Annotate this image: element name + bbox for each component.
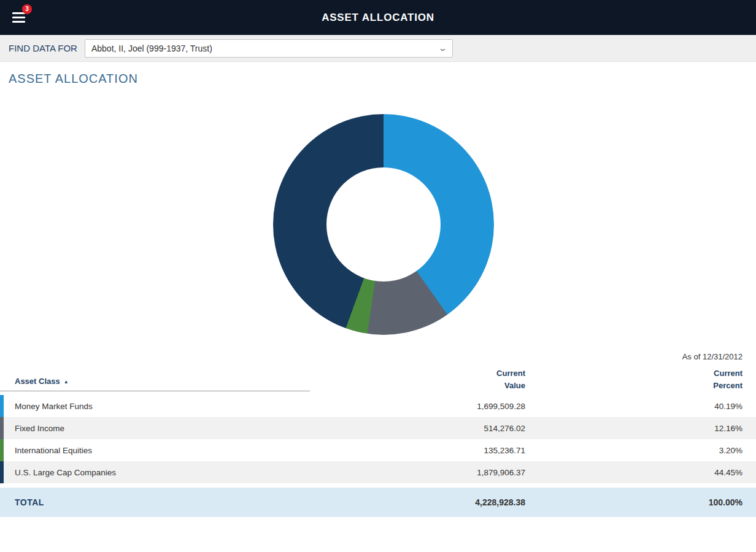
cell-current-percent: 44.45% [525, 468, 756, 477]
asset-allocation-donut-chart[interactable] [273, 114, 494, 335]
find-data-label: FIND DATA FOR [9, 43, 77, 53]
cell-asset-class: Money Market Funds [0, 402, 310, 411]
notification-badge: 3 [22, 4, 32, 14]
page-title: ASSET ALLOCATION [0, 72, 756, 86]
column-header-current-value[interactable]: Current Value [310, 367, 525, 391]
cell-current-value: 514,276.02 [310, 424, 525, 433]
table-row[interactable]: International Equities 135,236.71 3.20% [0, 439, 756, 461]
table-header-row: Asset Class▲ Current Value Current Perce… [0, 367, 756, 395]
cell-current-percent: 40.19% [525, 402, 756, 411]
chevron-down-icon: ⌄ [438, 44, 447, 52]
column-header-current-percent[interactable]: Current Percent [525, 367, 756, 391]
cell-asset-class: U.S. Large Cap Companies [0, 468, 310, 477]
table-body: Money Market Funds 1,699,509.28 40.19% F… [0, 395, 756, 483]
cell-current-percent: 3.20% [525, 446, 756, 455]
row-color-indicator [0, 417, 4, 439]
total-row: TOTAL 4,228,928.38 100.00% [0, 488, 756, 517]
donut-hole [326, 167, 441, 282]
app-title: ASSET ALLOCATION [322, 12, 434, 24]
table-row[interactable]: Fixed Income 514,276.02 12.16% [0, 417, 756, 439]
total-label: TOTAL [0, 497, 310, 507]
sort-asc-icon: ▲ [64, 379, 69, 385]
table-row[interactable]: U.S. Large Cap Companies 1,879,906.37 44… [0, 461, 756, 483]
main-content: ASSET ALLOCATION As of 12/31/2012 Asset … [0, 62, 756, 517]
cell-current-value: 135,236.71 [310, 446, 525, 455]
as-of-date: As of 12/31/2012 [0, 352, 756, 361]
asset-allocation-table: Asset Class▲ Current Value Current Perce… [0, 367, 756, 517]
app-header: 3 ASSET ALLOCATION [0, 0, 756, 35]
row-color-indicator [0, 439, 4, 461]
column-header-asset-class[interactable]: Asset Class▲ [0, 377, 310, 391]
table-row[interactable]: Money Market Funds 1,699,509.28 40.19% [0, 395, 756, 417]
account-selector[interactable]: Abbot, II, Joel (999-1937, Trust) ⌄ [85, 39, 453, 58]
row-color-indicator [0, 461, 4, 483]
cell-current-value: 1,879,906.37 [310, 468, 525, 477]
account-selector-value: Abbot, II, Joel (999-1937, Trust) [91, 44, 212, 53]
cell-asset-class: International Equities [0, 446, 310, 455]
total-percent: 100.00% [525, 497, 756, 507]
row-color-indicator [0, 395, 4, 417]
menu-button[interactable]: 3 [12, 9, 31, 26]
chart-area [0, 102, 756, 347]
find-data-bar: FIND DATA FOR Abbot, II, Joel (999-1937,… [0, 35, 756, 62]
cell-current-percent: 12.16% [525, 424, 756, 433]
total-value: 4,228,928.38 [310, 497, 525, 507]
cell-current-value: 1,699,509.28 [310, 402, 525, 411]
cell-asset-class: Fixed Income [0, 424, 310, 433]
